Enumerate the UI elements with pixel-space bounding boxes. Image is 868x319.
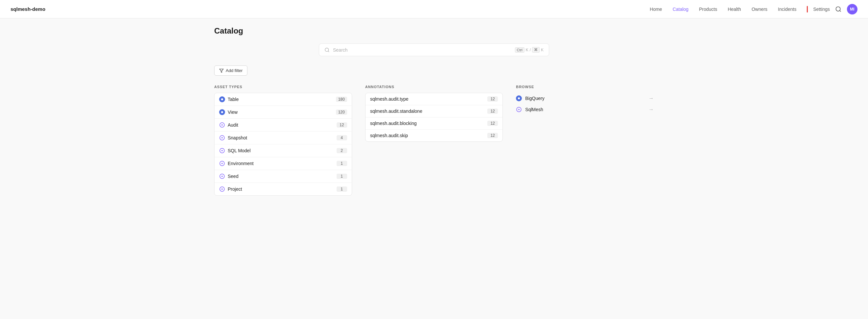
- navbar: sqlmesh-demo Home Catalog Products Healt…: [0, 0, 868, 19]
- bigquery-icon: [516, 95, 522, 101]
- annotations-label: ANNOTATIONS: [365, 85, 503, 89]
- asset-item-seed[interactable]: Seed 1: [215, 170, 352, 183]
- search-icon[interactable]: [835, 6, 842, 12]
- annotation-name-standalone: sqlmesh.audit.standalone: [370, 108, 485, 114]
- annotation-name-blocking: sqlmesh.audit.blocking: [370, 121, 485, 126]
- annotation-name-type: sqlmesh.audit.type: [370, 96, 485, 102]
- asset-item-sql-model[interactable]: SQL Model 2: [215, 145, 352, 157]
- add-filter-label: Add filter: [226, 68, 243, 73]
- navbar-right: Settings MI: [807, 4, 858, 14]
- annotation-item-blocking[interactable]: sqlmesh.audit.blocking 12: [366, 118, 503, 130]
- filter-row: Add filter: [214, 65, 654, 76]
- asset-name-environment: Environment: [228, 161, 334, 166]
- audit-icon: [219, 122, 225, 128]
- add-filter-button[interactable]: Add filter: [214, 65, 247, 76]
- svg-point-0: [836, 7, 840, 11]
- asset-count-seed: 1: [337, 173, 347, 179]
- shortcut-slash: /: [530, 48, 531, 52]
- filter-icon: [219, 68, 224, 73]
- svg-point-1: [325, 48, 329, 52]
- asset-name-view: View: [228, 109, 333, 115]
- asset-name-seed: Seed: [228, 173, 334, 179]
- seed-icon: [219, 173, 225, 179]
- asset-count-view: 120: [336, 109, 347, 115]
- main-columns: ASSET TYPES Table 180 View 120: [214, 85, 654, 196]
- brand-logo: sqlmesh-demo: [10, 6, 45, 12]
- annotations-list: sqlmesh.audit.type 12 sqlmesh.audit.stan…: [365, 93, 503, 142]
- asset-item-environment[interactable]: Environment 1: [215, 157, 352, 170]
- settings-divider: [807, 6, 808, 12]
- browse-item-sqlmesh[interactable]: SqlMesh →: [516, 104, 654, 115]
- annotation-item-type[interactable]: sqlmesh.audit.type 12: [366, 93, 503, 105]
- nav-health[interactable]: Health: [728, 7, 741, 12]
- asset-name-project: Project: [228, 187, 334, 192]
- asset-count-sql-model: 2: [337, 148, 347, 153]
- asset-count-snapshot: 4: [337, 135, 347, 140]
- page-content: Catalog Ctrl K / ⌘ K Add filter ASSET TY…: [204, 19, 664, 203]
- annotation-name-skip: sqlmesh.audit.skip: [370, 133, 485, 138]
- asset-types-section: ASSET TYPES Table 180 View 120: [214, 85, 352, 196]
- snapshot-icon: [219, 135, 225, 141]
- annotation-count-type: 12: [487, 96, 498, 102]
- annotation-count-blocking: 12: [487, 121, 498, 126]
- asset-types-label: ASSET TYPES: [214, 85, 352, 89]
- asset-count-environment: 1: [337, 161, 347, 166]
- browse-item-bigquery[interactable]: BigQuery →: [516, 93, 654, 104]
- avatar[interactable]: MI: [847, 4, 858, 14]
- browse-arrow-bigquery: →: [649, 95, 654, 101]
- annotation-count-standalone: 12: [487, 108, 498, 114]
- asset-item-table[interactable]: Table 180: [215, 93, 352, 106]
- asset-name-snapshot: Snapshot: [228, 135, 334, 140]
- annotation-count-skip: 12: [487, 133, 498, 138]
- nav-home[interactable]: Home: [650, 7, 662, 12]
- nav-incidents[interactable]: Incidents: [778, 7, 796, 12]
- nav-owners[interactable]: Owners: [751, 7, 767, 12]
- sql-model-icon: [219, 148, 225, 154]
- browse-section: BROWSE BigQuery → SqlMesh →: [516, 85, 654, 115]
- annotations-section: ANNOTATIONS sqlmesh.audit.type 12 sqlmes…: [365, 85, 503, 142]
- shortcut-k2: K: [541, 48, 544, 52]
- table-icon: [219, 96, 225, 102]
- asset-count-project: 1: [337, 187, 347, 192]
- asset-name-audit: Audit: [228, 122, 334, 128]
- browse-name-bigquery: BigQuery: [525, 96, 645, 101]
- asset-item-project[interactable]: Project 1: [215, 183, 352, 195]
- svg-marker-2: [219, 69, 223, 72]
- asset-name-table: Table: [228, 97, 333, 102]
- asset-count-table: 180: [336, 97, 347, 102]
- project-icon: [219, 186, 225, 192]
- search-bar: Ctrl K / ⌘ K: [319, 43, 549, 56]
- page-title: Catalog: [214, 26, 654, 35]
- search-input[interactable]: [333, 47, 512, 53]
- search-shortcuts: Ctrl K / ⌘ K: [515, 47, 544, 53]
- ctrl-key: Ctrl: [515, 47, 525, 53]
- nav-links: Home Catalog Products Health Owners Inci…: [650, 7, 797, 12]
- browse-label: BROWSE: [516, 85, 654, 89]
- asset-item-audit[interactable]: Audit 12: [215, 119, 352, 132]
- shortcut-k: K: [526, 48, 528, 52]
- annotation-item-skip[interactable]: sqlmesh.audit.skip 12: [366, 130, 503, 141]
- environment-icon: [219, 160, 225, 166]
- nav-catalog[interactable]: Catalog: [673, 7, 688, 12]
- search-icon: [324, 47, 330, 53]
- annotation-item-standalone[interactable]: sqlmesh.audit.standalone 12: [366, 105, 503, 118]
- view-icon: [219, 109, 225, 115]
- nav-settings[interactable]: Settings: [813, 7, 830, 12]
- cmd-key: ⌘: [532, 47, 539, 53]
- sqlmesh-icon: [516, 106, 522, 113]
- asset-item-snapshot[interactable]: Snapshot 4: [215, 132, 352, 145]
- asset-item-view[interactable]: View 120: [215, 106, 352, 119]
- asset-types-list: Table 180 View 120 Au: [214, 93, 352, 196]
- browse-name-sqlmesh: SqlMesh: [525, 107, 645, 112]
- nav-products[interactable]: Products: [699, 7, 717, 12]
- asset-count-audit: 12: [337, 122, 347, 128]
- browse-arrow-sqlmesh: →: [649, 106, 654, 113]
- asset-name-sql-model: SQL Model: [228, 148, 334, 153]
